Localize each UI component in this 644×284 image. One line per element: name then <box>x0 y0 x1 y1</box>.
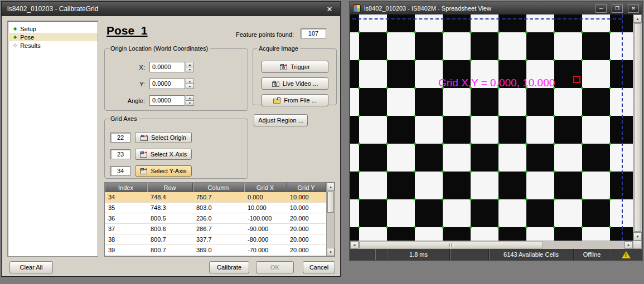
scrollbar-thumb[interactable] <box>327 192 334 213</box>
sidebar-item-pose[interactable]: ◆ Pose <box>8 33 98 41</box>
scroll-up-icon[interactable]: ▲ <box>327 183 335 191</box>
table-scrollbar[interactable]: ▲ ▼ <box>326 183 335 256</box>
select-origin-button[interactable]: Select Origin <box>135 132 192 143</box>
scroll-down-icon[interactable]: ▼ <box>327 248 335 256</box>
origin-location-title: Origin Location (World Coordinates) <box>109 45 210 52</box>
spreadsheet-view-window: is8402_010203 - IS8402M - Spreadsheet Vi… <box>349 1 643 261</box>
spin-up-icon[interactable]: ▲ <box>186 95 194 101</box>
spreadsheet-titlebar[interactable]: is8402_010203 - IS8402M - Spreadsheet Vi… <box>350 2 642 14</box>
scroll-up-icon[interactable]: ▲ <box>633 14 642 23</box>
minimize-icon[interactable]: ─ <box>595 4 607 13</box>
table-row[interactable]: 39 800.7 389.0 -70.000 20.000 <box>105 245 326 256</box>
thumb-grip <box>453 243 453 247</box>
status-spacer <box>350 249 375 260</box>
spin-up-icon[interactable]: ▲ <box>186 79 194 84</box>
calibrate-grid-window: is8402_010203 - CalibrateGrid ✕ ◆ Setup … <box>1 1 341 277</box>
cell-column: 389.0 <box>193 245 244 255</box>
column-header-grid-y: Grid Y <box>287 183 326 192</box>
origin-location-group: Origin Location (World Coordinates) X: 0… <box>104 45 248 111</box>
select-x-axis-button-label: Select X-Axis <box>151 151 187 158</box>
grid-coordinates-overlay: Grid X,Y = 0.000, 10.000 <box>438 77 555 89</box>
ok-button[interactable]: OK <box>256 261 294 273</box>
clear-all-button[interactable]: Clear All <box>9 261 53 273</box>
y-field[interactable]: 0.0000 <box>149 79 185 89</box>
table-row[interactable]: 38 800.7 337.7 -80.000 20.000 <box>105 234 326 245</box>
region-boundary-right <box>622 14 623 241</box>
origin-axis-row: 22 Select Origin <box>110 132 192 143</box>
status-bar: 1.8 ms 6143 Available Cells Offline ! <box>350 249 642 260</box>
table-row[interactable]: 35 748.3 803.0 10.000 10.000 <box>105 203 326 213</box>
cell-row: 800.7 <box>147 245 193 255</box>
y-axis-index-field[interactable]: 34 <box>110 166 130 176</box>
table-row[interactable]: 34 748.4 750.7 0.000 10.000 <box>105 192 326 203</box>
app-icon <box>353 4 361 12</box>
close-icon[interactable]: ✕ <box>628 4 639 13</box>
close-icon[interactable]: ✕ <box>325 5 335 13</box>
trigger-button[interactable]: Trigger <box>262 61 328 73</box>
grid-axes-title: Grid Axes <box>109 115 139 122</box>
scrollbar-track[interactable] <box>327 213 335 248</box>
y-label: Y: <box>113 81 149 87</box>
x-axis-row: 23 Select X-Axis <box>110 149 192 160</box>
select-y-axis-button[interactable]: Select Y-Axis <box>135 165 192 177</box>
scrollbar-track[interactable] <box>544 241 624 249</box>
calibrate-button[interactable]: Calibrate <box>209 261 249 273</box>
calibrate-button-label: Calibrate <box>217 264 241 271</box>
trigger-camera-icon <box>280 64 287 70</box>
cell-grid-x: -80.000 <box>244 234 287 244</box>
select-x-axis-button[interactable]: Select X-Axis <box>135 149 192 160</box>
x-field[interactable]: 0.0000 <box>149 62 185 72</box>
live-video-button-label: Live Video ... <box>283 80 318 87</box>
table-row[interactable]: 36 800.5 236.0 -100.000 20.000 <box>105 213 326 224</box>
sidebar-item-setup[interactable]: ◆ Setup <box>8 25 98 33</box>
image-vertical-scrollbar[interactable]: ▲ ▼ <box>633 14 642 241</box>
sidebar-item-results[interactable]: ◇ Results <box>8 41 98 50</box>
spin-down-icon[interactable]: ▼ <box>186 101 194 106</box>
step-tree: ◆ Setup ◆ Pose ◇ Results <box>7 21 98 257</box>
scroll-left-icon[interactable]: ◄ <box>350 241 359 249</box>
calibrate-window-title: is8402_010203 - CalibrateGrid <box>7 5 325 13</box>
x-axis-index-field[interactable]: 23 <box>110 149 130 159</box>
from-file-folder-icon <box>273 97 280 104</box>
select-y-axis-icon <box>140 168 147 174</box>
cell-grid-x: 0.000 <box>244 192 287 202</box>
spin-down-icon[interactable]: ▼ <box>186 84 194 89</box>
calibrate-titlebar[interactable]: is8402_010203 - CalibrateGrid ✕ <box>2 2 340 16</box>
spin-up-icon[interactable]: ▲ <box>186 62 194 67</box>
live-video-button[interactable]: Live Video ... <box>262 77 328 90</box>
adjust-region-button[interactable]: Adjust Region ... <box>254 114 308 126</box>
maximize-icon[interactable]: ❐ <box>612 4 623 13</box>
calibration-image-canvas[interactable]: Grid X,Y = 0.000, 10.000 <box>350 14 633 241</box>
image-horizontal-scrollbar[interactable]: ◄ ► <box>350 241 633 249</box>
cell-grid-x: -70.000 <box>244 245 287 255</box>
spin-down-icon[interactable]: ▼ <box>186 67 194 72</box>
cell-grid-x: -100.000 <box>244 213 287 223</box>
thumb-grip <box>449 243 450 247</box>
select-y-axis-button-label: Select Y-Axis <box>151 168 186 174</box>
scrollbar-thumb[interactable] <box>634 23 641 232</box>
origin-index-field[interactable]: 22 <box>110 133 130 143</box>
select-origin-button-label: Select Origin <box>151 134 186 141</box>
cell-row: 748.3 <box>147 203 193 213</box>
cell-grid-y: 10.000 <box>287 192 326 202</box>
clear-all-button-label: Clear All <box>20 264 43 271</box>
scroll-right-icon[interactable]: ► <box>624 241 633 249</box>
cell-row: 800.5 <box>147 213 193 223</box>
sidebar-item-label: Results <box>20 42 41 49</box>
status-spacer <box>375 249 387 260</box>
from-file-button[interactable]: From File ... <box>262 94 328 106</box>
table-row[interactable]: 37 800.6 286.7 -90.000 20.000 <box>105 224 326 234</box>
pose-status-diamond-icon: ◆ <box>13 35 17 40</box>
acquire-image-title: Acquire Image <box>257 45 300 52</box>
x-label: X: <box>113 64 149 71</box>
cell-grid-y: 20.000 <box>287 213 326 223</box>
cancel-button[interactable]: Cancel <box>303 261 335 273</box>
column-header-grid-x: Grid X <box>244 183 287 192</box>
angle-field[interactable]: 0.0000 <box>149 95 185 106</box>
cell-column: 803.0 <box>193 203 244 213</box>
scroll-down-icon[interactable]: ▼ <box>633 232 642 241</box>
warning-indicator[interactable]: ! <box>610 249 642 260</box>
cancel-button-label: Cancel <box>309 264 328 271</box>
cell-column: 337.7 <box>193 234 244 244</box>
scrollbar-thumb[interactable] <box>359 242 543 248</box>
